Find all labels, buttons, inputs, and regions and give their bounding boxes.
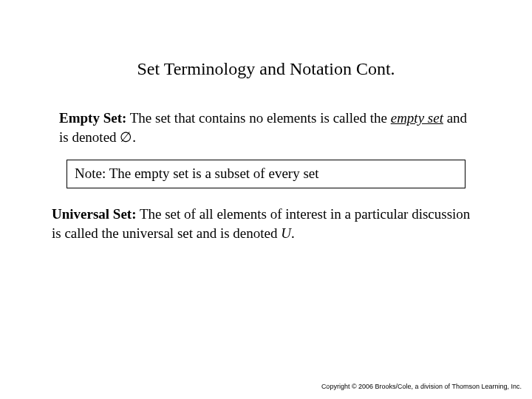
slide-content: Set Terminology and Notation Cont. Empty…	[0, 0, 532, 242]
universal-set-symbol: U	[281, 225, 291, 241]
copyright-text: Copyright © 2006 Brooks/Cole, a division…	[321, 383, 522, 390]
note-box: Note: The empty set is a subset of every…	[66, 160, 466, 188]
universal-set-definition: Universal Set: The set of all elements o…	[52, 205, 480, 242]
universal-set-text2: .	[291, 225, 295, 241]
empty-set-term: empty set	[391, 110, 443, 126]
note-prefix: Note:	[75, 166, 109, 181]
empty-set-text3: .	[132, 129, 136, 145]
empty-set-symbol: ∅	[120, 129, 132, 145]
empty-set-label: Empty Set:	[59, 110, 126, 126]
universal-set-label: Universal Set:	[52, 206, 137, 222]
empty-set-text1: The set that contains no elements is cal…	[126, 110, 390, 126]
slide-title: Set Terminology and Notation Cont.	[52, 59, 480, 79]
empty-set-definition: Empty Set: The set that contains no elem…	[59, 109, 473, 146]
note-text: The empty set is a subset of every set	[109, 166, 319, 181]
